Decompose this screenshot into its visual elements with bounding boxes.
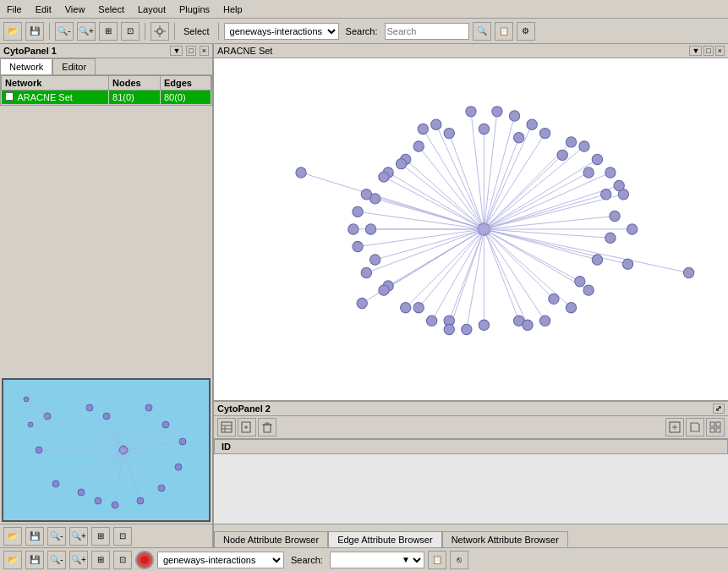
left-spacer [0,106,212,376]
network-icon-button[interactable] [151,22,169,41]
attr-table: ID [214,439,728,454]
fit-left-button[interactable]: ⊞ [91,527,110,546]
menu-layout[interactable]: Layout [131,3,172,16]
status-zoom-out-button[interactable]: 🔍- [47,551,66,569]
svg-point-126 [296,167,306,178]
fit-button[interactable]: ⊞ [99,22,118,41]
svg-point-117 [527,119,537,129]
svg-point-98 [601,189,611,200]
cytopanel1-float[interactable]: □ [186,46,195,56]
svg-point-33 [95,497,101,504]
svg-point-139 [539,316,550,326]
export-button[interactable]: 📋 [495,22,513,41]
svg-point-107 [413,141,424,151]
cytopanel1-close[interactable]: × [200,46,209,56]
attr-import-button[interactable] [686,418,704,436]
svg-point-142 [444,324,454,334]
tab-editor[interactable]: Editor [52,58,96,74]
svg-point-0 [157,29,162,34]
main-toolbar: 📂 💾 🔍- 🔍+ ⊞ ⊡ Select geneways-interactio… [0,19,728,44]
network-canvas[interactable] [214,58,728,400]
attr-grid-button[interactable] [706,418,725,436]
status-open-button[interactable]: 📂 [3,551,22,569]
cytopanel1-title-text: CytoPanel 1 [3,46,57,56]
attr-delete-button[interactable] [258,418,276,436]
zoom100-left-button[interactable]: ⊡ [113,527,132,546]
tab-edge-attr[interactable]: Edge Attribute Browser [328,531,442,547]
status-100-button[interactable]: ⊡ [113,551,132,569]
left-panel-toolbar: 📂 💾 🔍- 🔍+ ⊞ ⊡ [0,524,212,547]
svg-point-110 [365,224,375,234]
menu-help[interactable]: Help [216,3,249,16]
menubar: File Edit View Select Layout Plugins Hel… [0,0,728,19]
menu-view[interactable]: View [58,3,92,16]
menu-plugins[interactable]: Plugins [172,3,216,16]
cytopanel2-title: CytoPanel 2 ⤢ [214,402,728,416]
col-network: Network [2,76,109,91]
search-button[interactable]: 🔍 [473,22,491,41]
network-graph-svg [214,58,728,400]
svg-line-86 [449,229,484,330]
cytopanel2-expand[interactable]: ⤢ [713,404,725,414]
zoom-in-button[interactable]: 🔍+ [77,22,96,41]
col-edges: Edges [160,76,211,91]
menu-select[interactable]: Select [91,3,131,16]
status-export-button[interactable]: ⎋ [450,551,468,569]
svg-point-149 [361,189,371,200]
svg-point-38 [28,422,33,427]
status-search-input[interactable] [331,555,398,565]
cytopanel1-minimize[interactable]: ▼ [170,46,183,56]
network-view: ARACNE Set ▼ □ × [214,44,728,400]
svg-line-90 [366,229,484,273]
network-restore[interactable]: □ [703,46,713,56]
svg-line-60 [484,229,518,321]
save-button[interactable]: 💾 [25,22,44,41]
svg-point-132 [566,137,576,147]
open-button[interactable]: 📂 [3,22,22,41]
svg-point-24 [86,404,93,411]
save-session-button[interactable]: 💾 [25,527,44,546]
svg-line-55 [375,229,484,260]
status-attr-button[interactable]: 📋 [428,551,446,569]
search-input[interactable] [385,23,469,40]
menu-file[interactable]: File [0,3,29,16]
settings-button[interactable]: ⚙ [517,22,535,41]
svg-point-136 [614,180,624,190]
network-dropdown[interactable]: geneways-interactions [224,23,339,40]
svg-point-29 [175,464,182,470]
status-search-label: Search: [287,555,326,565]
table-row[interactable]: ARACNE Set 81(0) 80(0) [2,91,211,105]
tab-node-attr[interactable]: Node Attribute Browser [214,531,328,547]
svg-rect-168 [716,422,720,426]
attr-col-id: ID [215,439,728,453]
svg-point-133 [579,141,589,151]
sep2 [145,23,145,40]
attr-new-button[interactable] [238,418,256,436]
network-close[interactable]: × [715,46,725,56]
cytopanel2-toolbar [214,416,728,439]
svg-point-101 [592,255,602,265]
network-name: ARACNE Set [2,91,109,105]
zoom-out-button[interactable]: 🔍- [55,22,74,41]
svg-rect-170 [716,428,720,432]
cytopanel2: CytoPanel 2 ⤢ [214,400,728,547]
svg-line-79 [484,173,610,229]
status-search-type[interactable]: ▼ [398,552,424,568]
tab-network-attr[interactable]: Network Attribute Browser [442,531,568,547]
menu-edit[interactable]: Edit [29,3,58,16]
svg-line-69 [484,229,688,273]
network-minimize[interactable]: ▼ [689,46,702,56]
svg-point-31 [137,497,144,504]
status-save-button[interactable]: 💾 [25,551,44,569]
zoom-100-button[interactable]: ⊡ [121,22,140,41]
attr-table-button[interactable] [217,418,236,436]
zoom-out-left-button[interactable]: 🔍- [47,527,66,546]
svg-point-27 [162,421,169,428]
status-fit-button[interactable]: ⊞ [91,551,110,569]
status-zoom-in-button[interactable]: 🔍+ [69,551,88,569]
tab-network[interactable]: Network [0,58,52,74]
network-select-dropdown[interactable]: geneways-interactions [157,552,284,568]
attr-export-button[interactable] [665,418,684,436]
zoom-in-left-button[interactable]: 🔍+ [69,527,88,546]
open-session-button[interactable]: 📂 [3,527,22,546]
